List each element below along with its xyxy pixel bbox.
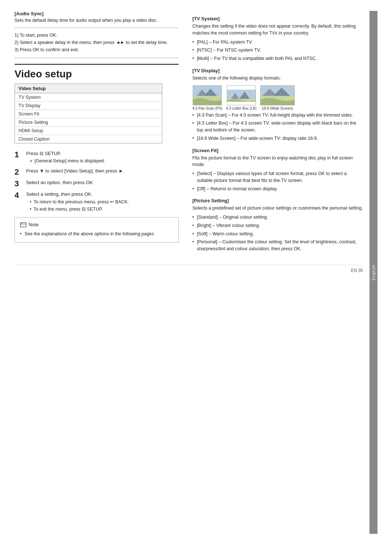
step-2-content: Press ▼ to select [Video Setup], then pr…	[26, 167, 179, 175]
audio-sync-body: Sets the default delay time for audio ou…	[15, 17, 179, 24]
menu-cell-closed-caption: Closed Caption	[19, 137, 95, 142]
picture-setting-bullet-4-text: [Personal] – Customises the colour setti…	[197, 239, 363, 252]
tv-system-bullet-2: [NTSC] – For NTSC-system TV.	[192, 47, 363, 54]
instruction-1: 1) To start, press OK.	[15, 32, 179, 39]
page-footer: EN 35	[15, 265, 363, 273]
picture-setting-header: [Picture Setting]	[192, 198, 363, 203]
tv-display-bullet-1-text: [4:3 Pan Scan] – For 4:3 screen TV: full…	[197, 112, 353, 119]
tv-display-images: 4:3 Pan Scan (PS)	[192, 85, 363, 110]
menu-row-picture-setting: Picture Setting	[15, 118, 162, 127]
picture-setting-bullet-2-text: [Bright] – Vibrant colour setting.	[197, 222, 260, 229]
step-3-content: Select an option, then press OK	[26, 179, 179, 186]
picture-setting-bullet-2: [Bright] – Vibrant colour setting.	[192, 222, 363, 229]
steps-list: 1 Press ⊟ SETUP. [General Setup] menu is…	[15, 150, 179, 213]
menu-cell-screen-fit: Screen Fit	[19, 111, 95, 117]
tv-img-ws	[260, 85, 295, 105]
note-header: Note	[20, 221, 173, 228]
tv-img-lb-wrap: 4:3 Letter Box (LB)	[226, 85, 257, 110]
instruction-3: 3) Press OK to confirm and exit.	[15, 46, 179, 53]
step-4-number: 4	[15, 191, 25, 199]
audio-sync-header: [Audio Sync]	[15, 11, 179, 16]
tv-system-bullet-2-text: [NTSC] – For NTSC-system TV.	[197, 47, 261, 54]
picture-setting-section: [Picture Setting] Selects a predefined s…	[192, 198, 363, 252]
step-3-text: Select an option, then press OK	[26, 180, 93, 185]
menu-cell-tv-display-val	[95, 103, 158, 108]
step-1-content: Press ⊟ SETUP. [General Setup] menu is d…	[26, 150, 179, 165]
language-label: English	[371, 264, 376, 280]
audio-sync-section: [Audio Sync] Sets the default delay time…	[15, 11, 179, 53]
picture-setting-bullet-3: [Soft] – Warm colour setting.	[192, 231, 363, 238]
video-setup-section: Video setup Video Setup TV System TV Dis…	[15, 64, 179, 243]
tv-system-header: [TV System]	[192, 16, 363, 21]
menu-row-hdmi-setup: HDMI Setup	[15, 127, 162, 135]
tv-img-lb-label: 4:3 Letter Box (LB)	[226, 106, 257, 110]
svg-rect-9	[227, 86, 256, 90]
tv-display-bullet-3-text: [16:9 Wide Screen] – For wide-screen TV:…	[197, 135, 318, 142]
section-divider	[15, 58, 179, 58]
tv-display-header: [TV Display]	[192, 68, 363, 73]
menu-cell-tv-system-val	[95, 95, 158, 100]
screen-fit-header: [Screen Fit]	[192, 148, 363, 153]
step-1: 1 Press ⊟ SETUP. [General Setup] menu is…	[15, 150, 179, 165]
step-1-sub-text: [General Setup] menu is displayed.	[34, 158, 105, 165]
tv-display-body: Selects one of the following display for…	[192, 75, 363, 82]
language-tab: English	[369, 11, 377, 534]
screen-fit-bullet-2: [Off] – Returns to normal screen display…	[192, 186, 363, 192]
step-3-number: 3	[15, 180, 25, 188]
step-4-sub-2-text: To exit the menu, press ⊟ SETUP.	[33, 206, 103, 213]
step-2: 2 Press ▼ to select [Video Setup], then …	[15, 167, 179, 176]
picture-setting-bullet-3-text: [Soft] – Warm colour setting.	[197, 231, 254, 238]
note-icon	[20, 222, 26, 227]
step-4: 4 Select a setting, then press OK. To re…	[15, 191, 179, 213]
tv-img-ps	[193, 85, 222, 105]
menu-row-closed-caption: Closed Caption	[15, 135, 162, 143]
step-2-text: Press ▼ to select [Video Setup], then pr…	[26, 168, 124, 174]
svg-rect-0	[20, 223, 26, 227]
tv-display-bullet-2: [4:3 Letter Box] – For 4:3 screen TV: wi…	[192, 120, 363, 134]
tv-img-ws-wrap: 16:9 (Wide Screen)	[260, 85, 295, 110]
step-1-text: Press ⊟ SETUP.	[26, 151, 61, 156]
tv-display-bullet-2-text: [4:3 Letter Box] – For 4:3 screen TV: wi…	[197, 120, 363, 134]
divider	[15, 28, 179, 28]
picture-setting-bullet-4: [Personal] – Customises the colour setti…	[192, 239, 363, 252]
video-setup-menu: Video Setup TV System TV Display Screen …	[15, 84, 162, 143]
step-4-sub-1-text: To return to the previous menu, press ↩ …	[33, 199, 129, 206]
tv-display-bullet-1: [4:3 Pan Scan] – For 4:3 screen TV: full…	[192, 112, 363, 119]
tv-system-bullet-3: [Multi] – For TV that is compatible with…	[192, 55, 363, 62]
step-3: 3 Select an option, then press OK	[15, 179, 179, 188]
menu-cell-tv-system: TV System	[19, 95, 95, 100]
step-2-number: 2	[15, 168, 25, 176]
tv-img-ps-wrap: 4:3 Pan Scan (PS)	[192, 85, 222, 110]
instruction-2: 2) Select a speaker delay in the menu, t…	[15, 39, 179, 46]
tv-system-bullet-3-text: [Multi] – For TV that is compatible with…	[197, 55, 317, 62]
screen-fit-body: Fits the picture format to the TV screen…	[192, 155, 363, 169]
step-4-content: Select a setting, then press OK. To retu…	[26, 191, 179, 213]
tv-display-section: [TV Display] Selects one of the followin…	[192, 68, 363, 142]
step-4-sub-2: To exit the menu, press ⊟ SETUP.	[30, 206, 179, 213]
menu-cell-picture-setting-val	[95, 120, 158, 125]
step-4-text: Select a setting, then press OK.	[26, 191, 93, 197]
screen-fit-section: [Screen Fit] Fits the picture format to …	[192, 148, 363, 192]
menu-cell-hdmi-setup: HDMI Setup	[19, 128, 95, 133]
note-bullet-1: See the explanations of the above option…	[20, 231, 173, 238]
screen-fit-bullet-1-text: [Select] – Displays various types of ful…	[197, 170, 363, 184]
picture-setting-bullet-1-text: [Standard] – Original colour setting.	[197, 214, 268, 221]
menu-cell-hdmi-setup-val	[95, 128, 158, 133]
menu-cell-screen-fit-val	[95, 111, 158, 117]
screen-fit-bullet-2-text: [Off] – Returns to normal screen display…	[197, 186, 278, 192]
tv-display-bullet-3: [16:9 Wide Screen] – For wide-screen TV:…	[192, 135, 363, 142]
tv-system-bullet-1-text: [PAL] – For PAL-system TV.	[197, 39, 253, 46]
step-4-sub-1: To return to the previous menu, press ↩ …	[30, 199, 179, 206]
step-1-sub: [General Setup] menu is displayed.	[30, 158, 179, 165]
menu-row-tv-display: TV Display	[15, 102, 162, 110]
screen-fit-bullet-1: [Select] – Displays various types of ful…	[192, 170, 363, 184]
svg-rect-10	[227, 102, 256, 105]
menu-table-header: Video Setup	[15, 84, 162, 93]
tv-img-ps-label: 4:3 Pan Scan (PS)	[192, 106, 222, 110]
tv-system-bullet-1: [PAL] – For PAL-system TV.	[192, 39, 363, 46]
page-number: EN 35	[351, 268, 363, 273]
note-box: Note See the explanations of the above o…	[15, 217, 179, 243]
menu-cell-picture-setting: Picture Setting	[19, 120, 95, 125]
tv-img-ws-label: 16:9 (Wide Screen)	[262, 106, 293, 110]
tv-img-lb	[227, 85, 256, 105]
